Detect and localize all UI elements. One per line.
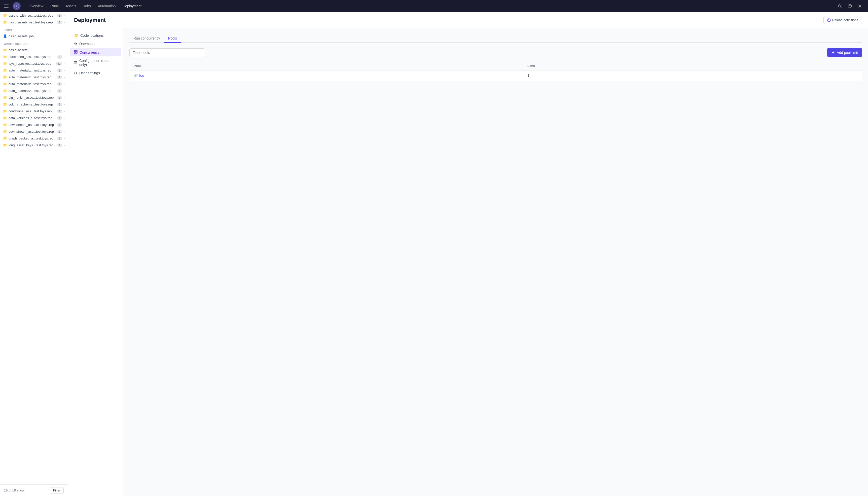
nav-daemons-label: Daemons (79, 42, 94, 46)
main-header: Deployment Reload definitions (68, 12, 868, 28)
chevron-right-icon: › (64, 116, 65, 120)
chevron-right-icon: › (64, 69, 65, 72)
folder-icon: 📁 (3, 55, 7, 59)
sidebar-item-name: column_schema...test.toys.rep (9, 103, 56, 106)
sidebar-item-repo-8[interactable]: 📁 big_honkin_asse...test.toys.rep 1 › (0, 94, 68, 101)
sidebar-item-badge: 3 (57, 14, 62, 17)
nav-assets[interactable]: Assets (63, 2, 79, 10)
nav-configuration[interactable]: ☰ Configuration (read-only) (70, 57, 121, 69)
sidebar-item-name: partitioned_ass...test.toys.rep (9, 55, 56, 59)
folder-icon: 📁 (3, 20, 7, 24)
sidebar-item-repo-10[interactable]: 📁 conditional_ass...test.toys.rep 1 › (0, 108, 68, 114)
sidebar-filter-button[interactable]: Filter (50, 487, 64, 494)
folder-icon: 📁 (3, 96, 7, 99)
nav-user-settings[interactable]: ⚙ User settings (70, 69, 121, 77)
folder-icon: 📁 (3, 68, 7, 72)
pool-cell[interactable]: 🔗 foo (130, 71, 524, 81)
filter-pools-input[interactable] (129, 48, 205, 57)
nav-configuration-label: Configuration (read-only) (79, 59, 117, 67)
deployment-nav: 📁 Code locations ⚙ Daemons (68, 28, 123, 496)
table-row: 🔗 foo 1 (130, 71, 862, 81)
sidebar-item-badge: 3 (57, 103, 62, 106)
nav-overview[interactable]: Overview (26, 2, 46, 10)
sidebar-item-repo-6[interactable]: 📁 auto_materializ...test.toys.rep 1 › (0, 81, 68, 87)
sidebar-item-repo-5[interactable]: 📁 auto_materializ...test.toys.rep 1 › (0, 74, 68, 81)
folder-icon: 📁 (3, 116, 7, 120)
folder-icon: 📁 (3, 82, 7, 86)
sidebar-item-name: auto_materializ...test.toys.rep (9, 89, 56, 93)
nav-jobs[interactable]: Jobs (80, 2, 94, 10)
sidebar-item-repo-4[interactable]: 📁 auto_materializ...test.toys.rep 1 › (0, 67, 68, 74)
sidebar-item-repo-7[interactable]: 📁 auto_materializ...test.toys.rep 1 › (0, 87, 68, 94)
chevron-right-icon: › (64, 76, 65, 79)
sidebar-item-name: conditional_ass...test.toys.rep (9, 109, 56, 113)
sidebar-item-name: graph_backed_a...test.toys.rep (9, 137, 56, 140)
svg-rect-11 (74, 52, 76, 53)
page-title: Deployment (74, 17, 106, 24)
nav-daemons[interactable]: ⚙ Daemons (70, 40, 121, 48)
code-locations-icon: 📁 (74, 33, 78, 37)
pool-col-header: Pool (130, 61, 524, 71)
folder-icon: 📁 (3, 62, 7, 65)
folder-icon: 📁 (3, 75, 7, 79)
nav-concurrency[interactable]: Concurrency (70, 48, 121, 57)
app-body: 📁 assets_with_se...test.toys.repo 3 › 📁 … (0, 12, 868, 496)
daemons-icon: ⚙ (74, 42, 77, 46)
nav-deployment[interactable]: Deployment (120, 2, 144, 10)
tab-pools[interactable]: Pools (164, 34, 181, 43)
nav-automation[interactable]: Automation (95, 2, 119, 10)
folder-icon: 📁 (3, 109, 7, 113)
chevron-right-icon: › (64, 130, 65, 134)
sidebar-item-badge: 1 (57, 116, 62, 120)
pools-filter-row: ＋ Add pool limit (129, 48, 862, 57)
sidebar-item-repo-1[interactable]: 📁 basic_assets_re...test.toys.rep 2 › (0, 19, 68, 26)
nav-runs[interactable]: Runs (47, 2, 62, 10)
svg-rect-2 (4, 7, 9, 7)
chevron-right-icon: › (64, 110, 65, 113)
search-icon[interactable] (836, 2, 844, 10)
sidebar-item-repo-12[interactable]: 📁 downstream_ass...test.toys.rep 1 › (0, 121, 68, 128)
sidebar-item-repo-15[interactable]: 📁 long_asset_keys...test.toys.rep 1 › (0, 142, 68, 149)
sidebar-item-name: downstream_ass...test.toys.rep (9, 130, 56, 134)
sidebar-item-name: basic_assets_job (9, 34, 65, 38)
sidebar: 📁 assets_with_se...test.toys.repo 3 › 📁 … (0, 12, 68, 496)
help-icon[interactable]: ? (846, 2, 854, 10)
tab-run-concurrency[interactable]: Run concurrency (129, 34, 164, 43)
sidebar-item-name: basic_assets (9, 48, 65, 52)
sidebar-item-asset-group-0[interactable]: 📁 basic_assets (0, 47, 68, 53)
settings-icon[interactable] (856, 2, 864, 10)
chevron-right-icon: › (64, 123, 65, 127)
sidebar-item-repo-2[interactable]: 📁 partitioned_ass...test.toys.rep 5 › (0, 53, 68, 60)
sidebar-item-name: auto_materializ...test.toys.rep (9, 82, 56, 86)
sidebar-item-job-0[interactable]: 👤 basic_assets_job (0, 33, 68, 40)
add-pool-limit-button[interactable]: ＋ Add pool limit (827, 48, 862, 57)
sidebar-item-name: assets_with_se...test.toys.repo (9, 14, 56, 17)
sidebar-item-name: long_asset_keys...test.toys.rep (9, 143, 56, 147)
sidebar-item-repo-14[interactable]: 📁 graph_backed_a...test.toys.rep 1 › (0, 135, 68, 142)
main-body: 📁 Code locations ⚙ Daemons (68, 28, 868, 496)
menu-icon[interactable] (4, 4, 9, 8)
folder-icon: 📁 (3, 123, 7, 127)
svg-point-4 (16, 5, 17, 7)
svg-rect-0 (4, 4, 9, 5)
main-area: Deployment Reload definitions 📁 Code loc… (68, 12, 868, 496)
sidebar-item-badge: 2 (57, 21, 62, 24)
svg-rect-1 (4, 6, 9, 6)
sidebar-item-badge: 1 (57, 89, 62, 93)
sidebar-item-badge: 42 (56, 62, 62, 65)
reload-definitions-button[interactable]: Reload definitions (823, 16, 862, 24)
sidebar-item-repo-9[interactable]: 📁 column_schema...test.toys.rep 3 › (0, 101, 68, 108)
sidebar-item-repo-13[interactable]: 📁 downstream_ass...test.toys.rep 1 › (0, 128, 68, 135)
folder-icon: 📁 (3, 137, 7, 140)
sidebar-item-repo-3[interactable]: 📁 toys_repositor...test.toys.repo 42 › (0, 60, 68, 67)
folder-icon: 📁 (3, 130, 7, 134)
pool-link[interactable]: 🔗 foo (134, 74, 519, 78)
sidebar-item-repo-11[interactable]: 📁 data_versions_r...test.toys.rep 1 › (0, 114, 68, 121)
sidebar-item-badge: 5 (57, 55, 62, 59)
nav-code-locations[interactable]: 📁 Code locations (70, 31, 121, 40)
sidebar-item-repo-0[interactable]: 📁 assets_with_se...test.toys.repo 3 › (0, 12, 68, 19)
user-settings-icon: ⚙ (74, 71, 77, 75)
svg-text:?: ? (849, 5, 851, 7)
folder-icon: 📁 (3, 143, 7, 147)
svg-rect-9 (74, 50, 76, 52)
